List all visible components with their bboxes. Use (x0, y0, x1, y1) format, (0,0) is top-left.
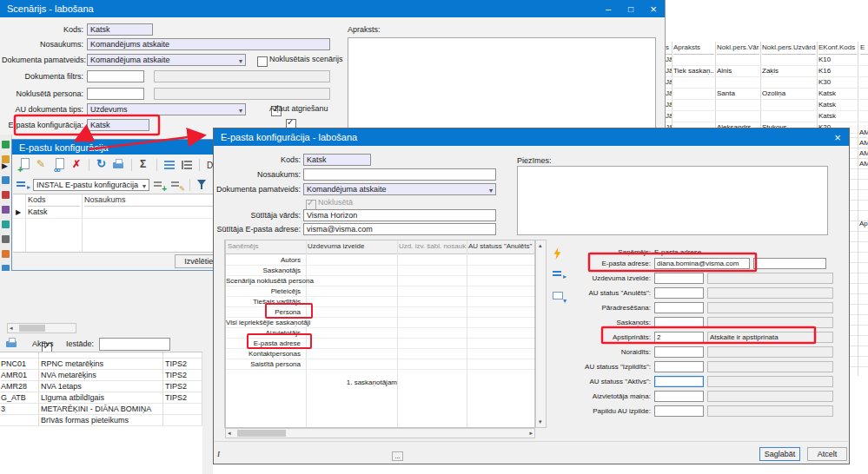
table-row[interactable]: 3 METARĒĶINI - DIĀNA BOMIŅA (0, 404, 202, 415)
table-row[interactable]: AMR28 NVA 1etaps TIPS2 (0, 381, 202, 392)
scroll-down-icon[interactable]: ▾ (539, 418, 542, 426)
mini-icon[interactable] (2, 141, 10, 148)
persona-label: Noklusētā persona: (2, 89, 83, 100)
field-input[interactable] (654, 302, 704, 313)
delete-record-button[interactable] (70, 158, 83, 172)
table-row[interactable]: Brīvās formas pieteikums (0, 415, 202, 426)
table-row[interactable]: Jā Tiek saskaņ... Alnis Zaķis K16 (665, 66, 868, 77)
cell-vards (717, 111, 759, 122)
mini-icon[interactable] (2, 250, 10, 258)
add-view-button[interactable] (153, 178, 167, 192)
maximize-button[interactable] (620, 0, 642, 17)
tree-view-button[interactable] (180, 158, 194, 172)
panel-field-row: Aizvietotāja maiņa: (550, 391, 833, 402)
close-button[interactable] (642, 0, 665, 17)
filter-button[interactable] (195, 178, 209, 192)
recipient-row[interactable]: Persona (226, 307, 534, 318)
column-header-au-statuss[interactable]: AU statuss "Anulēts" (468, 242, 532, 250)
table-row[interactable]: AMR01 NVA metarēķins TIPS2 (0, 370, 202, 381)
iestade-input[interactable] (99, 338, 170, 351)
mini-icon[interactable] (2, 206, 10, 214)
pamatveids-dropdown[interactable]: Komandējuma atskaite (87, 54, 246, 66)
vertical-scrollbar[interactable]: ▴ ▾ (535, 240, 547, 428)
column-header-sanemejs[interactable]: Saņēmējs (228, 242, 259, 250)
mini-icon[interactable] (2, 221, 10, 228)
column-header-sabl-nosauk[interactable]: Uzd. izv. šabl. nosauk. (399, 242, 467, 250)
recipient-type-label: Kontaktpersonas (226, 349, 301, 359)
sutitaja-adrese-input[interactable]: visma@visma.com (303, 223, 496, 235)
recipient-row[interactable]: Saistītā persona (226, 359, 534, 370)
column-header-uzdevuma-izveide[interactable]: Uzdevuma izveide (308, 242, 364, 250)
nosaukums-input[interactable] (303, 168, 496, 181)
recipient-row[interactable]: Scenārija noklusētā persona (226, 276, 534, 286)
recipient-row[interactable]: E-pasta adrese (226, 339, 534, 349)
field-input-secondary (707, 317, 833, 328)
field-input[interactable]: 2 (654, 332, 704, 343)
ellipsis-button[interactable]: ... (392, 451, 403, 461)
list-view-button[interactable] (162, 158, 176, 172)
new-record-button[interactable] (17, 158, 31, 172)
column-header-kods[interactable]: Kods (28, 194, 80, 207)
recipient-row[interactable]: Visi iepriekšējie saskaņotāji (226, 318, 534, 328)
field-input[interactable] (654, 376, 704, 387)
sutitaja-vards-input[interactable]: Visma Horizon (303, 209, 496, 221)
minimize-button[interactable] (597, 0, 620, 17)
cell-apraksts (673, 77, 714, 88)
kods-input[interactable]: Katsk (303, 154, 371, 166)
save-button[interactable]: Saglabāt (759, 447, 800, 461)
field-input[interactable]: diana.bomina@visma.com (654, 258, 750, 269)
sum-button[interactable] (137, 158, 151, 172)
table-row[interactable]: Jā Katsk (665, 111, 868, 122)
table-row[interactable]: PNC01 RPNC metarēķins TIPS2 (0, 359, 202, 370)
pamatveids-dropdown[interactable]: Komandējuma atskaite (303, 183, 496, 195)
cancel-button[interactable]: Atcelt (807, 447, 847, 461)
mini-icon[interactable] (2, 235, 10, 243)
panel-field-row: AU statuss "Izpildīts": (550, 361, 833, 372)
recipient-row[interactable]: Saskaņotājs (226, 266, 534, 276)
au-tips-dropdown[interactable]: Uzdevums (87, 103, 246, 115)
field-input[interactable] (654, 361, 704, 372)
scroll-left-icon[interactable]: ◂ (228, 429, 231, 438)
edit-record-button[interactable] (35, 158, 49, 172)
recipient-row[interactable]: Aizvietotājs (226, 328, 534, 339)
field-input[interactable] (654, 287, 704, 299)
noklusetais-scenarijs-checkbox[interactable] (257, 56, 268, 67)
table-row[interactable]: Jā Santa Ozoliņa Katsk (665, 89, 868, 100)
view-record-button[interactable] (52, 158, 66, 172)
scroll-up-icon[interactable]: ▴ (539, 241, 542, 250)
refresh-button[interactable] (95, 158, 109, 172)
epasta-konf-input[interactable]: Katsk (87, 119, 149, 131)
horizontal-scrollbar[interactable]: ◂ ▸ (225, 428, 535, 438)
scroll-right-icon[interactable]: ▸ (529, 429, 533, 438)
field-input[interactable] (654, 273, 704, 284)
table-row[interactable]: Jā K10 (665, 55, 868, 66)
table-row[interactable]: Jā K30 (665, 77, 868, 89)
piezimes-textarea[interactable] (517, 166, 828, 235)
field-input[interactable] (654, 405, 704, 417)
filtrs-input[interactable] (87, 70, 144, 82)
recipient-row[interactable]: Kontaktpersonas (226, 349, 534, 359)
kods-input[interactable]: Katsk (87, 23, 153, 36)
scroll-left-icon[interactable]: ◂ (10, 324, 13, 332)
apraksts-textarea[interactable] (348, 37, 656, 129)
print-button[interactable] (112, 158, 126, 172)
recipient-row[interactable]: Pieteicējs (226, 286, 534, 297)
mini-icon[interactable] (2, 176, 10, 184)
edit-view-button[interactable] (170, 178, 184, 192)
close-button[interactable] (826, 128, 849, 146)
view-list-icon[interactable] (16, 178, 30, 192)
view-dropdown[interactable]: INSTAL E-pastu konfigurācija (33, 179, 149, 191)
print-button[interactable] (5, 337, 19, 351)
field-input[interactable] (654, 391, 704, 402)
recipient-row[interactable]: Tiešais vadītājs (226, 297, 534, 307)
table-row[interactable]: G_ATB Līguma atbildīgais TIPS2 (0, 392, 202, 404)
field-input[interactable] (654, 317, 704, 328)
nosaukums-input[interactable]: Komandējums atskaite (87, 38, 330, 50)
persona-input[interactable] (87, 88, 144, 100)
recipient-row[interactable]: Autors (226, 255, 534, 266)
cell-uzvards (762, 77, 816, 88)
horizontal-scrollbar[interactable]: ◂ (7, 323, 76, 333)
field-input[interactable] (654, 346, 704, 358)
mini-icon[interactable] (2, 191, 10, 199)
table-row[interactable]: Jā Katsk (665, 100, 868, 111)
